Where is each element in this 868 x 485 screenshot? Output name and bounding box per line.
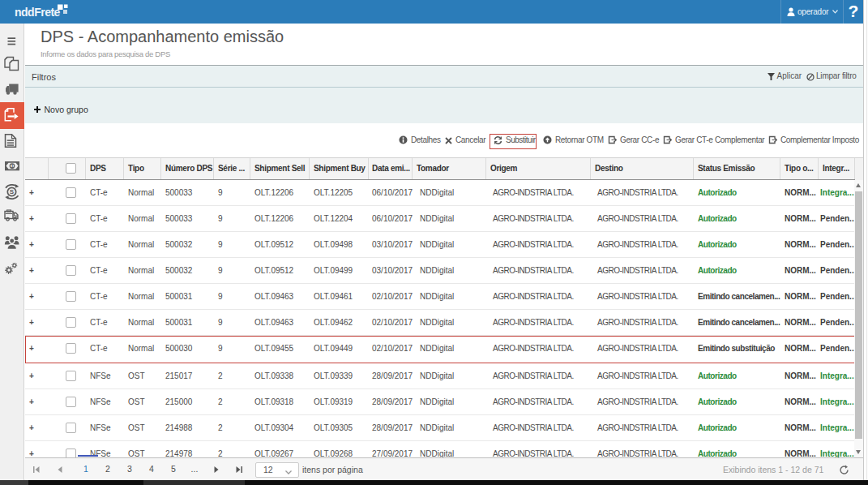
svg-text:S: S <box>10 188 15 195</box>
svg-text:1: 1 <box>11 163 14 169</box>
